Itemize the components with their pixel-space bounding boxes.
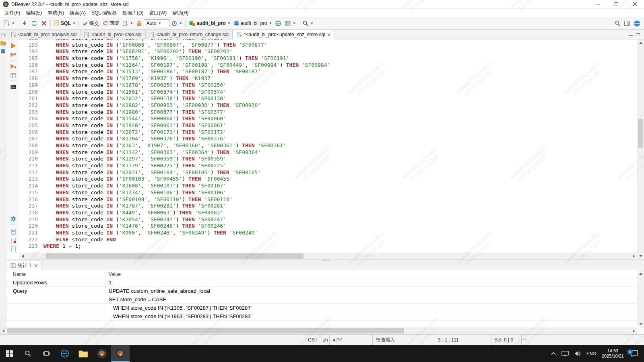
tray-expand-chevron-icon[interactable]	[551, 352, 556, 355]
action-center-button[interactable]: 8	[630, 349, 639, 358]
save-as-button[interactable]	[10, 246, 17, 253]
stats-column-name[interactable]: Name	[7, 270, 105, 278]
autocommit-lock-button[interactable]	[134, 19, 144, 28]
stats-row[interactable]: Updated Rows1	[7, 278, 644, 287]
line-number: 223	[19, 243, 38, 250]
status-cell: 3 : 1 : 111	[435, 335, 491, 345]
execute-statement-button[interactable]	[10, 43, 17, 49]
stats-column-value[interactable]: Value	[105, 272, 644, 277]
scrollbar-thumb[interactable]	[7, 328, 404, 333]
stats-row[interactable]: QueryUPDATE custom_online_sale_abroad_lo…	[7, 287, 644, 295]
internet-explorer-button[interactable]	[56, 345, 74, 362]
scroll-down-arrow[interactable]	[637, 253, 644, 259]
volume-icon[interactable]	[574, 351, 581, 356]
explain-plan-button[interactable]	[10, 72, 17, 79]
code-area[interactable]: WHEN store_code IN ('K1164', 'SF00196') …	[42, 39, 637, 250]
clock-date: 2025/10/21	[602, 354, 624, 359]
statistics-tab[interactable]: 统计 1	[7, 261, 41, 270]
output-console-button[interactable]	[10, 84, 17, 90]
taskbar-clock[interactable]: 14:53 2025/10/21	[602, 348, 624, 359]
commit-mode-selector[interactable]: Auto	[144, 19, 169, 27]
execute-script-button[interactable]	[10, 51, 17, 58]
open-file-button[interactable]	[10, 228, 17, 235]
panel-resize-sash[interactable]	[7, 259, 644, 261]
panel-horizontal-scrollbar[interactable]	[0, 327, 637, 334]
menu-item[interactable]: 帮助(H)	[169, 9, 192, 17]
scrollbar-thumb[interactable]	[46, 253, 303, 259]
menu-item[interactable]: 文件(F)	[2, 9, 23, 17]
menu-item[interactable]: 编辑(E)	[23, 9, 45, 17]
menu-item[interactable]: 搜索(A)	[67, 9, 89, 17]
editor-tab[interactable]: <audit_bi_pro> analysis.sql	[7, 30, 80, 39]
stats-row[interactable]: SET store_code = CASE	[7, 295, 644, 304]
minimize-view-icon[interactable]	[629, 35, 633, 36]
panel-tab-bar: 统计 1	[7, 261, 644, 270]
menu-item[interactable]: 数据库(D)	[120, 9, 147, 17]
scroll-left-arrow[interactable]	[0, 327, 7, 334]
editor-tab[interactable]: <audit_bi_pro> return_change.sql	[146, 30, 233, 39]
editor-horizontal-scrollbar[interactable]	[19, 253, 637, 259]
editor-tab[interactable]: <audit_bi_pro> sale.sql	[80, 30, 145, 39]
stats-row[interactable]: WHEN store_code IN ('K1963', 'SF00283') …	[7, 312, 644, 321]
scroll-up-arrow[interactable]	[637, 270, 644, 277]
schema-icon	[233, 20, 239, 27]
dbeaver-taskbar-button[interactable]	[93, 345, 111, 362]
editor-vertical-scrollbar[interactable]	[637, 39, 644, 259]
schema-selector[interactable]: audit_bi_pro	[232, 19, 273, 28]
database-navigator-icon[interactable]	[0, 48, 6, 54]
scroll-down-arrow[interactable]	[637, 321, 644, 327]
minimize-button[interactable]	[588, 0, 607, 8]
dbeaver-taskbar-button-active[interactable]	[111, 345, 130, 362]
toggle-layout-button[interactable]	[622, 19, 632, 28]
panel-vertical-scrollbar[interactable]	[637, 270, 644, 327]
projects-view-icon[interactable]	[0, 40, 6, 46]
maximize-view-icon[interactable]	[636, 33, 640, 36]
editor-tab[interactable]: *<audit_bi_pro> update_sbz_store.sql	[233, 30, 335, 39]
database-selector[interactable]: audit_bi_pro	[187, 19, 232, 28]
server-info-button[interactable]	[283, 19, 297, 28]
task-view-button[interactable]	[37, 345, 56, 362]
toolbar-dots-separator	[11, 80, 15, 81]
start-button[interactable]	[0, 345, 19, 362]
tab-close-icon[interactable]	[34, 264, 38, 267]
perspective-button[interactable]	[632, 19, 642, 28]
sql-menu-button[interactable]: SQL	[52, 19, 77, 28]
network-globe-button[interactable]	[273, 19, 283, 28]
status-cells: CSTzh可写智能插入3 : 1 : 111Sel: 0 | 0	[305, 335, 521, 345]
quick-access-search-button[interactable]	[613, 19, 622, 28]
editor-settings-button[interactable]	[10, 216, 17, 222]
transaction-log-button[interactable]	[169, 19, 184, 28]
menu-item[interactable]: 导航(N)	[45, 9, 67, 17]
taskbar-search-button[interactable]	[19, 345, 37, 362]
close-button[interactable]	[625, 0, 644, 8]
transaction-mode-button[interactable]	[121, 19, 134, 28]
stats-row[interactable]: WHEN store_code IN ('K1305', 'SF00287') …	[7, 304, 644, 312]
open-sql-editor-button[interactable]	[2, 19, 16, 28]
stop-button[interactable]	[39, 19, 49, 28]
rollback-button[interactable]: 回滚	[101, 19, 121, 28]
execute-new-tab-button[interactable]	[10, 64, 17, 70]
dropdown-caret-icon	[130, 23, 133, 24]
input-language-indicator[interactable]: ENG	[586, 351, 596, 356]
search-dropdown-button[interactable]	[301, 19, 315, 28]
restore-view-icon[interactable]	[0, 32, 6, 38]
scrollbar-thumb[interactable]	[638, 119, 643, 148]
menu-item[interactable]: SQL 编辑器	[89, 9, 120, 17]
maximize-button[interactable]	[607, 0, 625, 8]
sql-editor[interactable]: 1921931941951961971981992002012022032042…	[19, 39, 637, 253]
fetch-results-button[interactable]	[20, 19, 29, 28]
network-icon[interactable]	[561, 351, 569, 356]
scroll-up-arrow[interactable]	[637, 39, 644, 46]
scroll-left-arrow[interactable]	[19, 253, 26, 259]
menu-item[interactable]: 窗口(W)	[147, 9, 169, 17]
tab-close-icon[interactable]	[327, 33, 331, 37]
line-number: 221	[19, 230, 38, 237]
save-file-button[interactable]	[10, 237, 17, 244]
line-number: 204	[19, 115, 38, 122]
globe-icon	[275, 20, 281, 27]
scroll-right-arrow[interactable]	[630, 327, 637, 334]
file-explorer-button[interactable]	[74, 345, 93, 362]
refresh-button[interactable]	[29, 19, 39, 28]
commit-button[interactable]: 提交	[80, 19, 101, 28]
scroll-right-arrow[interactable]	[630, 253, 637, 259]
